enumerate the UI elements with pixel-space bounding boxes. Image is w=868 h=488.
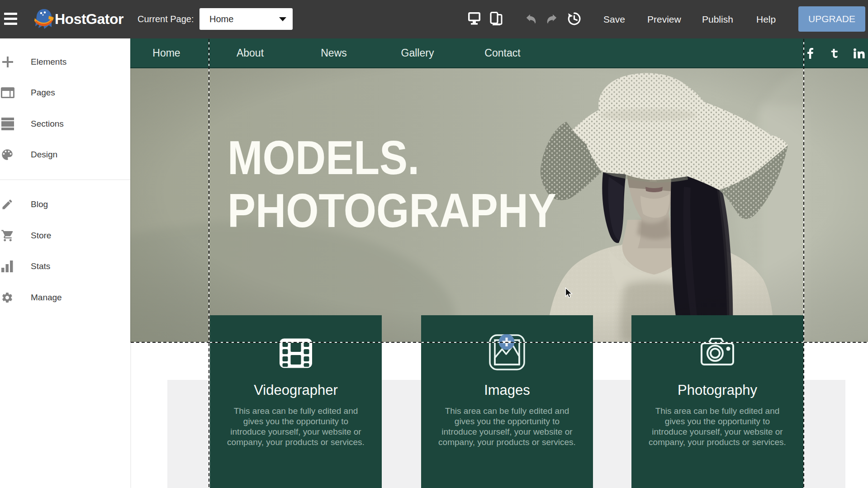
svg-text:PHOTOGRAPHY: PHOTOGRAPHY — [228, 184, 556, 237]
svg-text:MODELS.: MODELS. — [228, 131, 419, 184]
